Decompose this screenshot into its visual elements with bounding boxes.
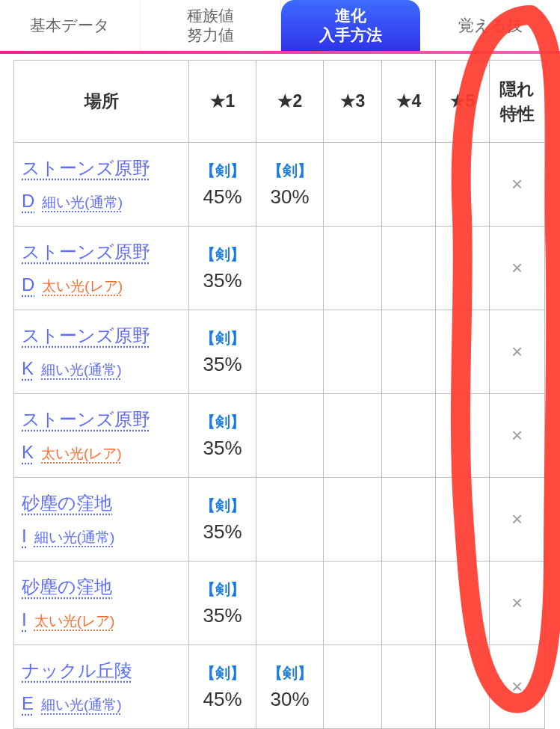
cell-star5 <box>436 227 490 310</box>
beam-rare-link[interactable]: 太い光(レア) <box>42 277 123 296</box>
game-tag: 【剣】 <box>194 161 251 181</box>
col-star3: ★3 <box>324 61 382 143</box>
cell-hidden-ability: × <box>490 562 545 645</box>
cell-place: ストーンズ原野K太い光(レア) <box>14 394 189 478</box>
x-mark-icon: × <box>511 256 523 279</box>
tab-bar: 基本データ 種族値努力値 進化入手方法 覚える技 <box>0 0 560 54</box>
cell-star1: 【剣】35% <box>189 562 256 645</box>
location-link[interactable]: ストーンズ原野 <box>22 158 150 178</box>
x-mark-icon: × <box>511 591 523 614</box>
encounter-rate: 35% <box>203 520 241 543</box>
den-letter-link[interactable]: K <box>22 442 34 463</box>
cell-place: ストーンズ原野D細い光(通常) <box>14 143 189 227</box>
game-tag: 【剣】 <box>194 412 251 432</box>
cell-star1: 【剣】35% <box>189 394 256 478</box>
location-link[interactable]: 砂塵の窪地 <box>22 493 112 513</box>
cell-star3 <box>324 394 382 478</box>
encounter-rate: 35% <box>203 269 241 292</box>
cell-star5 <box>436 143 490 227</box>
cell-star4 <box>382 227 436 310</box>
cell-star3 <box>324 227 382 310</box>
game-tag: 【剣】 <box>194 496 251 516</box>
location-link[interactable]: ナックル丘陵 <box>22 660 132 680</box>
table-row: 砂塵の窪地I細い光(通常)【剣】35%× <box>14 478 545 562</box>
x-mark-icon: × <box>511 424 523 446</box>
cell-star2: 【剣】30% <box>256 143 324 227</box>
tab-basic-data[interactable]: 基本データ <box>0 0 141 51</box>
cell-hidden-ability: × <box>490 478 545 562</box>
tab-moves[interactable]: 覚える技 <box>420 0 560 51</box>
cell-star5 <box>436 394 490 478</box>
location-link[interactable]: 砂塵の窪地 <box>22 576 112 597</box>
cell-star3 <box>324 143 382 227</box>
location-link[interactable]: ストーンズ原野 <box>22 242 150 262</box>
game-tag: 【剣】 <box>194 244 251 265</box>
cell-star3 <box>324 310 382 394</box>
game-tag: 【剣】 <box>261 161 319 181</box>
den-letter-link[interactable]: D <box>22 191 34 212</box>
cell-star4 <box>382 310 436 394</box>
col-star4: ★4 <box>382 61 436 143</box>
den-letter-link[interactable]: E <box>22 693 34 714</box>
encounter-rate: 30% <box>270 688 309 710</box>
cell-star1: 【剣】35% <box>189 227 256 310</box>
cell-hidden-ability: × <box>490 394 545 478</box>
cell-star5 <box>436 478 490 562</box>
x-mark-icon: × <box>511 508 523 530</box>
col-place: 場所 <box>14 61 189 143</box>
cell-star5 <box>436 562 490 645</box>
game-tag: 【剣】 <box>194 579 251 600</box>
cell-star2 <box>256 394 324 478</box>
cell-star2 <box>256 227 324 310</box>
cell-star3 <box>324 478 382 562</box>
encounter-rate: 35% <box>203 604 241 627</box>
tab-stats[interactable]: 種族値努力値 <box>141 0 281 51</box>
den-letter-link[interactable]: K <box>22 358 34 379</box>
den-letter-link[interactable]: I <box>22 526 27 547</box>
encounter-rate: 30% <box>270 185 309 208</box>
col-star2: ★2 <box>256 61 324 143</box>
table-row: ストーンズ原野K細い光(通常)【剣】35%× <box>14 310 545 394</box>
cell-star1: 【剣】35% <box>189 310 256 394</box>
game-tag: 【剣】 <box>261 663 319 683</box>
tab-evolution-obtain[interactable]: 進化入手方法 <box>281 0 421 51</box>
x-mark-icon: × <box>511 340 523 363</box>
beam-normal-link[interactable]: 細い光(通常) <box>41 695 122 715</box>
den-letter-link[interactable]: D <box>22 274 34 295</box>
beam-normal-link[interactable]: 細い光(通常) <box>42 193 123 212</box>
encounter-rate: 45% <box>203 688 241 710</box>
cell-hidden-ability: × <box>490 227 545 310</box>
cell-star2 <box>256 478 324 562</box>
cell-star4 <box>382 143 436 227</box>
cell-place: 砂塵の窪地I細い光(通常) <box>14 478 189 562</box>
beam-rare-link[interactable]: 太い光(レア) <box>34 612 115 631</box>
cell-star3 <box>324 645 382 729</box>
table-row: ストーンズ原野K太い光(レア)【剣】35%× <box>14 394 545 478</box>
location-link[interactable]: ストーンズ原野 <box>22 409 150 429</box>
cell-hidden-ability: × <box>490 645 545 729</box>
table-row: ストーンズ原野D太い光(レア)【剣】35%× <box>14 227 545 310</box>
table-row: ナックル丘陵E細い光(通常)【剣】45%【剣】30%× <box>14 645 545 729</box>
cell-place: ナックル丘陵E細い光(通常) <box>14 645 189 729</box>
col-hidden-ability: 隠れ特性 <box>490 61 545 143</box>
cell-star1: 【剣】35% <box>189 478 256 562</box>
table-row: ストーンズ原野D細い光(通常)【剣】45%【剣】30%× <box>14 143 545 227</box>
cell-hidden-ability: × <box>490 310 545 394</box>
cell-place: ストーンズ原野K細い光(通常) <box>14 310 189 394</box>
cell-place: ストーンズ原野D太い光(レア) <box>14 227 189 310</box>
cell-star5 <box>436 645 490 729</box>
beam-normal-link[interactable]: 細い光(通常) <box>34 528 115 547</box>
cell-star3 <box>324 562 382 645</box>
cell-star4 <box>382 562 436 645</box>
encounter-rate: 45% <box>203 185 241 208</box>
game-tag: 【剣】 <box>194 328 251 348</box>
beam-normal-link[interactable]: 細い光(通常) <box>41 360 122 380</box>
cell-hidden-ability: × <box>490 143 545 227</box>
cell-star2 <box>256 310 324 394</box>
den-letter-link[interactable]: I <box>22 609 27 630</box>
location-link[interactable]: ストーンズ原野 <box>22 325 150 345</box>
encounter-rate: 35% <box>203 437 241 459</box>
cell-star4 <box>382 394 436 478</box>
encounter-table: 場所 ★1 ★2 ★3 ★4 ★5 隠れ特性 ストーンズ原野D細い光(通常)【剣… <box>13 60 545 729</box>
beam-rare-link[interactable]: 太い光(レア) <box>41 444 122 464</box>
